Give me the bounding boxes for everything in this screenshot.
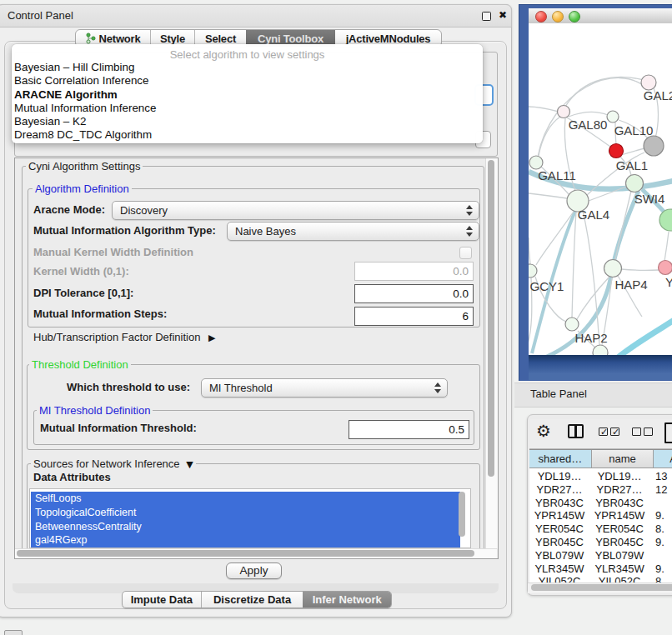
popup-item-basic-correlation[interactable]: Basic Correlation Inference [13, 74, 478, 88]
deselect-all-icon[interactable] [632, 428, 641, 436]
manual-kernel-checkbox[interactable] [459, 247, 472, 259]
network-edge[interactable] [536, 212, 574, 265]
network-node[interactable] [565, 318, 579, 331]
minimize-traffic-light-icon[interactable] [552, 11, 564, 22]
hub-section-toggle[interactable]: Hub/Transcription Factor Definition ▶ [33, 331, 215, 344]
table-cell[interactable]: YER054C [529, 522, 589, 536]
network-edge[interactable] [621, 269, 659, 270]
list-item[interactable]: TopologicalCoefficient [31, 506, 460, 520]
mi-steps-field[interactable]: 6 [354, 307, 474, 326]
table-cell[interactable]: 8. [649, 522, 672, 536]
minimized-panel-icon[interactable] [4, 630, 23, 635]
select-all-icon[interactable]: ✓ [599, 428, 608, 436]
list-item[interactable]: SelfLoops [31, 492, 460, 506]
network-edge[interactable] [529, 193, 567, 198]
network-node[interactable] [529, 156, 543, 169]
network-node[interactable] [604, 260, 622, 278]
table-cell[interactable]: YBR045C [589, 536, 649, 549]
table-cell[interactable]: 9. [649, 509, 672, 522]
table-cell[interactable]: YLR345W [529, 562, 589, 576]
table-cell[interactable]: YBR043C [529, 497, 589, 510]
table-cell[interactable]: YIL052C [529, 575, 589, 582]
float-window-icon[interactable] [482, 12, 491, 21]
table-cell[interactable]: YBR043C [589, 497, 649, 510]
deselect-all-icon2[interactable] [644, 428, 653, 436]
network-node[interactable] [593, 345, 608, 355]
popup-item-dream8[interactable]: Dream8 DC_TDC Algorithm [13, 128, 478, 142]
mi-type-combobox[interactable]: Naive Bayes [227, 222, 479, 241]
table-cell[interactable]: YDL19… [589, 470, 649, 483]
columns-icon[interactable] [568, 424, 584, 438]
network-node[interactable] [644, 136, 664, 156]
network-window-titlebar[interactable] [529, 8, 672, 24]
which-threshold-combobox[interactable]: MI Threshold [201, 378, 448, 398]
table-row[interactable]: YER054CYER054C8. [529, 522, 672, 536]
popup-item-aracne[interactable]: ARACNE Algorithm [13, 88, 478, 102]
network-edge[interactable] [529, 107, 559, 112]
table-row[interactable]: YLR345WYLR345W9. [529, 562, 672, 576]
column-header-name[interactable]: name [591, 450, 654, 468]
table-row[interactable]: YIL052CYIL052C8. [529, 575, 672, 582]
network-node[interactable] [609, 144, 624, 158]
tab-infer-network[interactable]: Infer Network [303, 592, 391, 608]
gear-icon[interactable]: ⚙ [536, 421, 551, 441]
table-cell[interactable]: YER054C [589, 522, 649, 536]
column-header-partial[interactable]: A [653, 450, 672, 468]
table-cell[interactable]: 12 [649, 483, 672, 497]
network-edge[interactable] [615, 191, 631, 260]
aracne-mode-combobox[interactable]: Discovery [112, 201, 479, 220]
table-row[interactable]: YDL19…YDL19…13 [529, 470, 672, 483]
list-scrollbar-thumb[interactable] [459, 492, 465, 537]
tab-discretize-data[interactable]: Discretize Data [201, 592, 303, 608]
table-cell[interactable]: YDR27… [529, 483, 589, 497]
network-node[interactable] [558, 106, 570, 118]
network-node[interactable] [529, 264, 537, 278]
close-icon[interactable]: ✖ [496, 8, 509, 22]
table-row[interactable]: YBR043CYBR043C [529, 497, 672, 510]
table-row[interactable]: YDR27…YDR27…12 [529, 483, 672, 497]
mi-threshold-field[interactable]: 0.5 [349, 420, 469, 439]
apply-button[interactable]: Apply [226, 562, 282, 579]
table-cell[interactable]: YBR045C [529, 536, 589, 549]
table-cell[interactable]: YPR145W [589, 509, 649, 522]
select-all-icon2[interactable]: ✓ [610, 428, 619, 436]
popup-item-bayesian-hill-climbing[interactable]: Bayesian – Hill Climbing [13, 61, 478, 74]
network-edge[interactable] [529, 238, 530, 264]
table-cell[interactable]: 8. [649, 575, 672, 582]
table-cell[interactable]: YPR145W [529, 509, 589, 522]
table-cell[interactable] [649, 497, 672, 510]
network-edge[interactable] [569, 112, 608, 117]
network-edge[interactable] [572, 212, 576, 318]
table-hscrollbar-thumb[interactable] [531, 584, 672, 591]
zoom-traffic-light-icon[interactable] [569, 11, 580, 22]
table-cell[interactable]: YDR27… [589, 483, 649, 497]
table-cell[interactable]: 13 [649, 470, 672, 483]
table-cell[interactable]: YBL079W [589, 549, 649, 562]
table-row[interactable]: YBR045CYBR045C9. [529, 536, 672, 549]
table-cell[interactable] [649, 549, 672, 562]
sources-title-toggle[interactable]: Sources for Network Inference ▼ [31, 458, 196, 470]
network-node[interactable] [626, 175, 644, 192]
network-edge[interactable] [664, 232, 669, 261]
table-cell[interactable]: YBL079W [529, 549, 589, 562]
network-node[interactable] [659, 209, 672, 231]
column-header-shared[interactable]: shared… [529, 450, 591, 468]
close-traffic-light-icon[interactable] [535, 11, 547, 22]
popup-item-bayesian-k2[interactable]: Bayesian – K2 [13, 115, 478, 128]
table-cell[interactable]: 9. [649, 562, 672, 576]
table-cell[interactable]: YDL19… [529, 470, 589, 483]
kernel-width-field[interactable]: 0.0 [354, 262, 474, 281]
network-edge[interactable] [617, 318, 672, 355]
settings-vscrollbar-thumb[interactable] [488, 160, 494, 477]
list-item[interactable]: BetweennessCentrality [31, 520, 460, 534]
table-cell[interactable]: 9. [649, 536, 672, 549]
table-cell[interactable]: YIL052C [589, 575, 649, 582]
table-cell[interactable]: YLR345W [589, 562, 649, 576]
network-edge[interactable] [565, 78, 644, 107]
control-panel-titlebar[interactable] [0, 4, 512, 28]
document-icon[interactable] [664, 422, 672, 443]
network-node[interactable] [659, 261, 672, 275]
network-canvas[interactable]: GAL2GAL80GAL10GAL1GAL11SWI4GAL4GCY1HAP4Y… [529, 23, 672, 355]
data-attributes-list[interactable]: SelfLoops TopologicalCoefficient Between… [29, 488, 471, 548]
network-edge[interactable] [539, 117, 560, 156]
